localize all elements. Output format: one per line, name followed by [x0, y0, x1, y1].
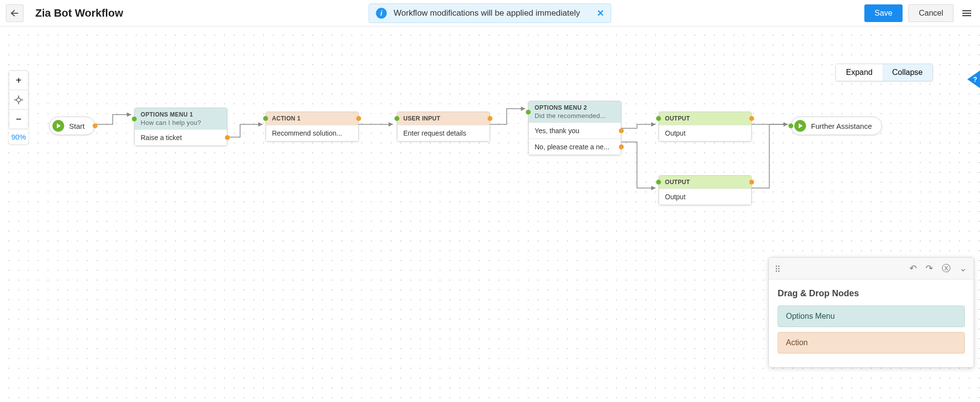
panel-body: Drag & Drop Nodes Options Menu Action	[769, 280, 974, 367]
output-port[interactable]	[619, 144, 624, 149]
input-port[interactable]	[788, 123, 793, 128]
node-title: ACTION 1	[272, 115, 300, 122]
input-port[interactable]	[132, 117, 137, 121]
node-title: OPTIONS MENU 1	[141, 111, 193, 118]
node-row: Recommend solution...	[266, 125, 358, 141]
input-port[interactable]	[526, 110, 531, 115]
header-actions: Save Cancel	[864, 4, 974, 22]
collapse-button[interactable]: Collapse	[882, 64, 932, 81]
input-port[interactable]	[394, 116, 399, 121]
node-title: OPTIONS MENU 2	[535, 104, 587, 111]
draggable-options-menu[interactable]: Options Menu	[778, 306, 965, 327]
node-option-row[interactable]: Raise a ticket	[135, 129, 227, 145]
node-row: Output	[659, 189, 751, 205]
node-subtitle: Did the recommended...	[535, 112, 615, 119]
node-title: USER INPUT	[403, 115, 441, 122]
close-notification-button[interactable]: ✕	[597, 8, 604, 19]
page-title: Zia Bot Workflow	[35, 7, 123, 20]
node-start[interactable]: Start	[49, 117, 95, 135]
undo-icon[interactable]: ↶	[909, 263, 917, 274]
expand-button[interactable]: Expand	[836, 64, 882, 81]
node-option-row[interactable]: Yes, thank you	[529, 122, 621, 139]
node-title: OUTPUT	[665, 115, 690, 122]
panel-toolbar: ↶ ↷ ⓧ ⌄	[909, 262, 967, 274]
svg-point-0	[17, 98, 21, 102]
output-port[interactable]	[749, 180, 754, 185]
drag-handle-icon[interactable]	[776, 265, 780, 272]
menu-button[interactable]	[959, 7, 974, 19]
help-tab[interactable]	[967, 71, 980, 88]
output-port[interactable]	[619, 128, 624, 133]
output-label: Output	[665, 129, 686, 137]
node-options-menu-1[interactable]: OPTIONS MENU 1 How can I help you? Raise…	[134, 108, 227, 146]
play-icon	[794, 120, 806, 132]
workflow-canvas[interactable]: + − 90% Expand Collapse Start	[0, 26, 980, 402]
action-label: Recommend solution...	[272, 129, 342, 137]
zoom-in-button[interactable]: +	[9, 71, 28, 90]
node-action-1[interactable]: ACTION 1 Recommend solution...	[266, 112, 359, 142]
panel-title: Drag & Drop Nodes	[778, 288, 965, 299]
save-button[interactable]: Save	[864, 4, 903, 22]
redo-icon[interactable]: ↷	[926, 263, 933, 274]
node-row: Enter request details	[397, 125, 490, 141]
option-label: No, please create a ne...	[535, 143, 610, 151]
view-toggle: Expand Collapse	[835, 64, 933, 81]
zoom-out-button[interactable]: −	[9, 110, 28, 129]
node-output-2[interactable]: OUTPUT Output	[659, 175, 752, 205]
node-output-1[interactable]: OUTPUT Output	[659, 112, 752, 142]
crosshair-icon	[14, 95, 23, 104]
node-row: Output	[659, 125, 751, 141]
notification-bar: i Workflow modifications will be applied…	[368, 3, 611, 23]
node-title: OUTPUT	[665, 179, 690, 186]
node-options-menu-2[interactable]: OPTIONS MENU 2 Did the recommended... Ye…	[528, 101, 621, 155]
output-label: Output	[665, 193, 686, 201]
back-button[interactable]	[6, 4, 24, 22]
output-port[interactable]	[225, 135, 230, 140]
notification-text: Workflow modifications will be applied i…	[393, 8, 580, 18]
play-icon	[52, 120, 64, 132]
recenter-button[interactable]	[9, 90, 28, 110]
chevron-down-icon[interactable]: ⌄	[959, 263, 967, 274]
output-port[interactable]	[356, 116, 361, 121]
output-port[interactable]	[488, 116, 492, 121]
draggable-action[interactable]: Action	[778, 332, 965, 354]
node-user-input[interactable]: USER INPUT Enter request details	[397, 112, 490, 142]
node-label: Start	[69, 122, 85, 130]
arrow-left-icon	[11, 10, 19, 17]
output-port[interactable]	[93, 123, 98, 128]
node-header: OUTPUT	[659, 112, 751, 125]
input-port[interactable]	[656, 116, 661, 121]
node-header: OPTIONS MENU 2 Did the recommended...	[529, 101, 621, 122]
node-subtitle: How can I help you?	[141, 119, 221, 126]
input-port[interactable]	[656, 180, 661, 185]
option-label: Raise a ticket	[141, 134, 182, 142]
node-header: USER INPUT	[397, 112, 490, 125]
output-port[interactable]	[749, 116, 754, 121]
close-panel-icon[interactable]: ⓧ	[942, 262, 951, 274]
zoom-controls: + −	[9, 71, 28, 129]
node-header: OUTPUT	[659, 176, 751, 189]
node-option-row[interactable]: No, please create a ne...	[529, 139, 621, 155]
input-port[interactable]	[263, 116, 268, 121]
node-label: Further Assistance	[811, 122, 872, 130]
panel-header[interactable]: ↶ ↷ ⓧ ⌄	[769, 258, 974, 280]
info-icon: i	[376, 8, 387, 19]
node-header: ACTION 1	[266, 112, 358, 125]
zoom-level: 90%	[9, 129, 28, 144]
node-further-assistance[interactable]: Further Assistance	[791, 117, 882, 135]
node-header: OPTIONS MENU 1 How can I help you?	[135, 108, 227, 129]
cancel-button[interactable]: Cancel	[908, 4, 954, 22]
drag-drop-panel[interactable]: ↶ ↷ ⓧ ⌄ Drag & Drop Nodes Options Menu A…	[768, 257, 974, 368]
input-label: Enter request details	[403, 129, 466, 137]
option-label: Yes, thank you	[535, 127, 579, 135]
header-bar: Zia Bot Workflow i Workflow modification…	[0, 0, 980, 26]
